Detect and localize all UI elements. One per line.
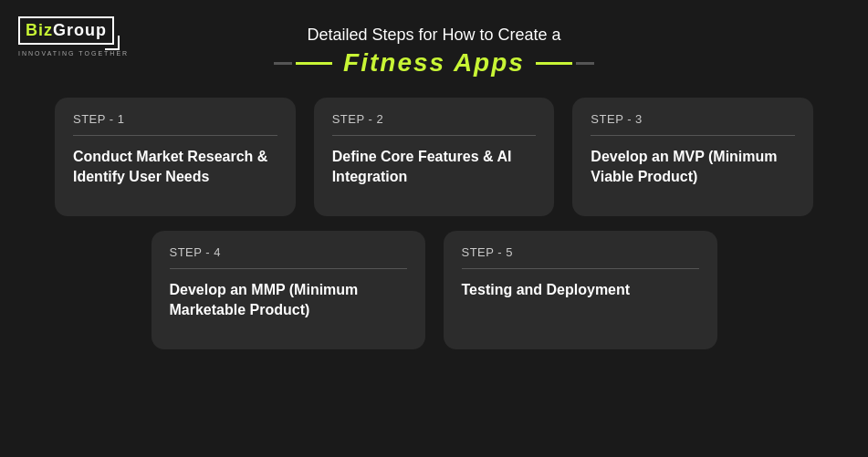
line-yellow-right: [536, 62, 572, 65]
logo-group: Group: [53, 21, 107, 39]
step-3-title: Develop an MVP (Minimum Viable Product): [591, 147, 795, 188]
steps-row-2: STEP - 4 Develop an MMP (Minimum Marketa…: [55, 231, 813, 349]
step-card-4: STEP - 4 Develop an MMP (Minimum Marketa…: [152, 231, 425, 349]
header-main-title: Fitness Apps: [343, 48, 525, 78]
steps-row-1: STEP - 1 Conduct Market Research & Ident…: [55, 98, 813, 216]
logo-biz: Biz: [26, 21, 53, 39]
step-4-divider: [170, 268, 407, 269]
logo-corner-decoration: [105, 36, 120, 50]
logo-box: BizGroup: [18, 16, 114, 45]
line-dark-right: [576, 62, 594, 65]
step-2-divider: [332, 135, 537, 136]
line-yellow-left: [296, 62, 332, 65]
step-card-1: STEP - 1 Conduct Market Research & Ident…: [55, 98, 296, 216]
step-5-label: STEP - 5: [462, 245, 699, 259]
page-header: Detailed Steps for How to Create a Fitne…: [0, 0, 868, 78]
step-3-label: STEP - 3: [591, 112, 795, 126]
step-5-divider: [462, 268, 699, 269]
line-dark-left: [274, 62, 292, 65]
step-3-divider: [591, 135, 795, 136]
step-4-title: Develop an MMP (Minimum Marketable Produ…: [170, 280, 407, 321]
logo: BizGroup INNOVATING TOGETHER: [18, 16, 129, 57]
step-4-label: STEP - 4: [170, 245, 407, 259]
left-decorative-line: [274, 62, 332, 65]
step-2-label: STEP - 2: [332, 112, 537, 126]
step-2-title: Define Core Features & AI Integration: [332, 147, 537, 188]
logo-tagline: INNOVATING TOGETHER: [18, 50, 129, 57]
step-5-title: Testing and Deployment: [462, 280, 699, 300]
steps-container: STEP - 1 Conduct Market Research & Ident…: [0, 78, 868, 349]
step-card-2: STEP - 2 Define Core Features & AI Integ…: [314, 98, 555, 216]
step-1-title: Conduct Market Research & Identify User …: [73, 147, 277, 188]
right-decorative-line: [536, 62, 594, 65]
header-title-row: Fitness Apps: [0, 48, 868, 78]
step-1-label: STEP - 1: [73, 112, 277, 126]
step-card-5: STEP - 5 Testing and Deployment: [444, 231, 717, 349]
step-card-3: STEP - 3 Develop an MVP (Minimum Viable …: [572, 98, 813, 216]
step-1-divider: [73, 135, 277, 136]
header-subtitle: Detailed Steps for How to Create a: [0, 26, 868, 45]
